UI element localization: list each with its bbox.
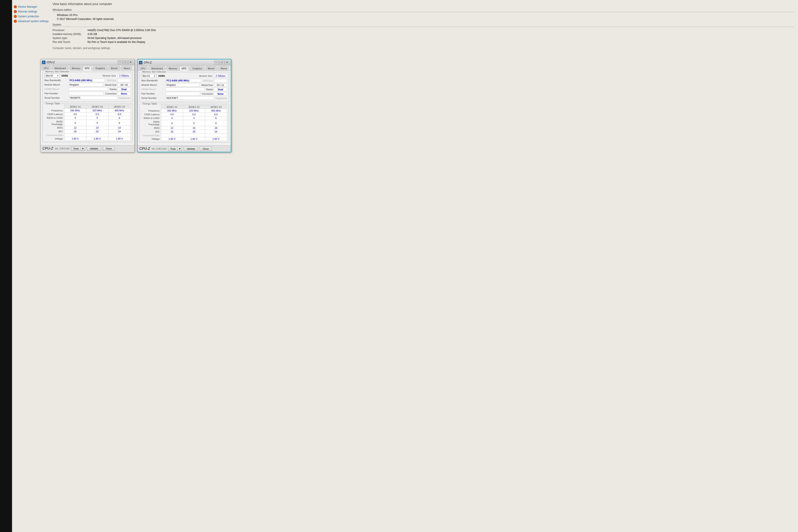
ranks-label-1: Ranks [110, 88, 117, 91]
windows-copyright: © 2017 Microsoft Corporation. All rights… [57, 18, 794, 21]
tab-memory-1[interactable]: Memory [70, 66, 82, 70]
window-title-1: CPU-Z [47, 61, 55, 64]
maximize-button-1[interactable]: □ [123, 60, 128, 64]
tab-spd-2[interactable]: SPD [179, 66, 189, 71]
tab-mainboard-2[interactable]: Mainboard [149, 66, 165, 71]
correction-value-1: None [117, 92, 131, 95]
system-section-title: System [53, 23, 794, 27]
sidebar-item-remote-settings[interactable]: Remote settings [14, 9, 46, 14]
dram-row-1: DRAM Manuf. Ranks Dual [44, 87, 131, 91]
serial-number-value-2: 932CFAF7 [165, 96, 214, 100]
tools-group-1: Tools ▼ [71, 146, 85, 151]
tab-memory-2[interactable]: Memory [167, 66, 179, 71]
max-bandwidth-label-2: Max Bandwidth [141, 79, 165, 82]
tab-cpu-1[interactable]: CPU [41, 66, 51, 70]
memory-slot-group-title-1: Memory Slot Selection [44, 70, 70, 73]
processor-row: Processor: Intel(R) Core(TM)2 Duo CPU E8… [53, 28, 794, 32]
spd-content-1: Memory Slot Selection Slot #2 ▼ DDR2 Mod… [41, 71, 134, 145]
shield-icon-remote [14, 10, 17, 13]
memory-row: Installed memory (RAM): 4.00 GB [53, 32, 794, 36]
spd-ext-value-1 [117, 79, 131, 82]
dram-manuf-row-2: DRAM Manuf. [141, 88, 205, 91]
tab-bench-1[interactable]: Bench [109, 66, 120, 70]
windows-edition-title: Windows edition [53, 8, 794, 12]
cpuz-windows-container: Z CPU-Z − □ ✕ CPU | Mainboard | Memory [40, 59, 231, 152]
validate-button-2[interactable]: Validate [184, 147, 198, 151]
windows-edition-value: Windows 10 Pro [57, 13, 794, 17]
shield-icon-device [14, 5, 17, 8]
tab-spd-1[interactable]: SPD [83, 66, 92, 71]
main-area: Device Manager Remote settings System pr… [12, 0, 798, 532]
max-bandwidth-row-2: Max Bandwidth PC2-6400 (400 MHz) [141, 79, 202, 82]
command-rate-row-1: Command Rate [44, 133, 131, 137]
cpuz-logo-1: CPU-Z [42, 147, 53, 151]
minimize-button-1[interactable]: − [118, 60, 122, 64]
module-size-label-1: Module Size [102, 74, 116, 77]
computer-name-text: Computer name, domain, and workgroup set… [53, 46, 794, 50]
module-manuf-row-2: Module Manuf. Kingston [141, 83, 200, 87]
timings-group-title-2: Timings Table [141, 102, 158, 105]
tools-arrow-1[interactable]: ▼ [80, 146, 85, 151]
serial-number-label-2: Serial Number [141, 97, 165, 99]
system-type-row: System type: 64-bit Operating System, x6… [53, 36, 794, 40]
slot-selection-row-2: Slot #1 ▼ DDR2 Module Size 2 GBytes [141, 74, 227, 78]
timings-table-1: JEDEC #1 JEDEC #2 JEDEC #3 Frequency 266… [44, 105, 131, 141]
max-bandwidth-value-1: PC2-6400 (400 MHz) [69, 78, 105, 82]
sidebar-item-system-protection[interactable]: System protection [14, 14, 46, 19]
validate-button-1[interactable]: Validate [87, 146, 101, 151]
spd-ext-label-2: SPD Ext. [203, 79, 213, 82]
shield-icon-system [14, 15, 17, 18]
tools-button-2[interactable]: Tools [168, 147, 178, 151]
tabs-bar-1: CPU | Mainboard | Memory SPD | Graphics … [41, 65, 134, 71]
tab-about-1[interactable]: About [121, 66, 132, 70]
spd-ext-value-2 [214, 79, 227, 82]
timings-group-1: Timings Table JEDEC #1 JEDEC #2 JEDEC #3 [42, 104, 133, 142]
tools-arrow-2[interactable]: ▼ [177, 147, 182, 151]
serial-row-2: Serial Number 932CFAF7 Registered [141, 96, 227, 100]
maximize-button-2[interactable]: □ [220, 61, 224, 64]
part-number-value-2 [165, 92, 200, 95]
sidebar-item-device-manager[interactable]: Device Manager [14, 4, 46, 9]
part-number-label-1: Part Number [44, 92, 69, 95]
correction-label-1: Correction [106, 92, 117, 95]
minimize-button-2[interactable]: − [214, 61, 219, 64]
max-bandwidth-value-2: PC2-6400 (400 MHz) [165, 79, 202, 82]
ras-precharge-row-2: RAS# Precharge 4 5 6 [141, 120, 227, 126]
jedec1-header-1: JEDEC #1 [64, 105, 86, 109]
close-button-2[interactable]: ✕ [225, 61, 229, 64]
tab-graphics-2[interactable]: Graphics [190, 66, 204, 71]
module-manuf-value-1: Kingston [69, 83, 103, 87]
manuf-row-1: Module Manuf. Kingston Week/Year 33 / 10 [44, 83, 131, 87]
sidebar-item-advanced-settings[interactable]: Advanced system settings [14, 19, 46, 24]
ranks-value-1: Dual [117, 88, 131, 91]
tools-button-1[interactable]: Tools [71, 146, 81, 151]
cpuz-logo-2: CPU-Z [139, 147, 150, 151]
serial-number-label-1: Serial Number [44, 96, 69, 99]
max-bandwidth-row-1: Max Bandwidth PC2-6400 (400 MHz) [44, 78, 105, 82]
max-bandwidth-label-1: Max Bandwidth [44, 79, 69, 81]
frequency-row-1: Frequency 266 MHz 333 MHz 400 MHz [44, 109, 131, 112]
slot-dropdown-1[interactable]: Slot #2 ▼ [44, 74, 60, 78]
title-controls-2: − □ ✕ [214, 61, 229, 64]
pen-touch-value: No Pen or Touch Input is available for t… [88, 40, 145, 43]
dram-manuf-value-1 [69, 87, 108, 91]
week-year-value-1: 33 / 10 [117, 83, 131, 87]
tab-about-2[interactable]: About [218, 66, 229, 71]
cpuz-window-1: Z CPU-Z − □ ✕ CPU | Mainboard | Memory [40, 59, 135, 152]
windows-edition-section: Windows edition Windows 10 Pro © 2017 Mi… [53, 8, 794, 21]
tab-bench-2[interactable]: Bench [206, 66, 216, 71]
tab-graphics-1[interactable]: Graphics [93, 66, 107, 70]
close-btn-2[interactable]: Close [200, 147, 211, 151]
tab-cpu-2[interactable]: CPU [138, 66, 148, 71]
ranks-label-2: Ranks [206, 88, 213, 91]
tab-mainboard-1[interactable]: Mainboard [53, 66, 68, 70]
registered-label-2: Registered [215, 97, 227, 99]
spd-ext-label-1: SPD Ext. [107, 79, 117, 82]
system-section: System Processor: Intel(R) Core(TM)2 Duo… [53, 23, 794, 44]
part-number-value-1 [69, 92, 104, 95]
cpuz-icon-1: Z [42, 61, 45, 64]
close-button-1[interactable]: ✕ [128, 60, 133, 64]
slot-dropdown-2[interactable]: Slot #1 ▼ [141, 74, 157, 78]
jedec1-header-2: JEDEC #1 [161, 105, 183, 109]
close-btn-1[interactable]: Close [103, 146, 115, 151]
